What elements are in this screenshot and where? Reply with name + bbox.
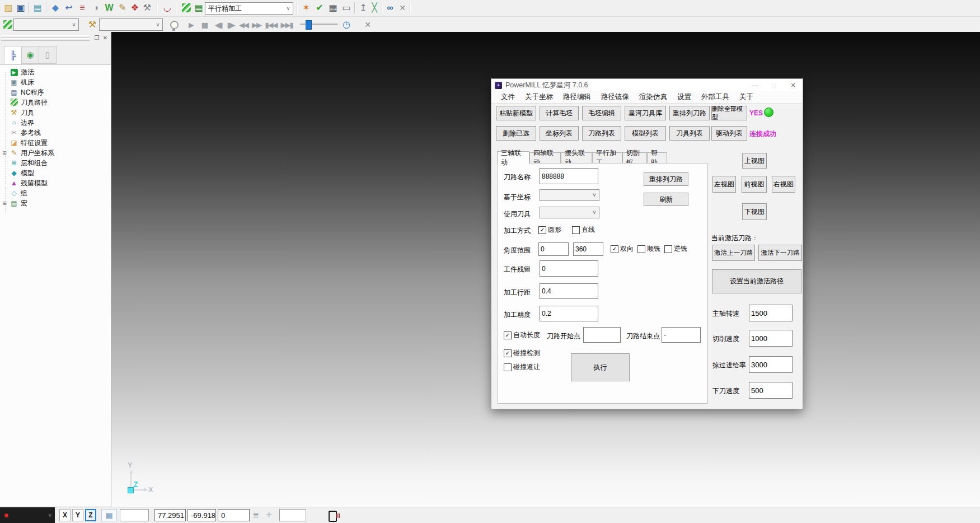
axis-y-button[interactable]: Y	[72, 509, 83, 521]
clock-icon[interactable]: ◷	[340, 18, 353, 31]
save-icon[interactable]: ▣	[15, 2, 27, 14]
rewind-button[interactable]: ◀◀	[237, 18, 250, 31]
strategy-combobox[interactable]: 平行精加工 ˅	[205, 2, 293, 15]
tree-item-active[interactable]: ▶激活	[0, 67, 111, 77]
step-back-button[interactable]: ◀▮	[212, 18, 224, 31]
ball-tool-icon[interactable]: ◑	[90, 2, 102, 14]
angle-from-input[interactable]	[538, 242, 569, 256]
tab-4axis[interactable]: 四轴联动	[529, 152, 561, 164]
tool-library-button[interactable]: 星河刀具库	[625, 106, 666, 120]
refresh-button[interactable]: 刷新	[644, 193, 688, 206]
points-icon[interactable]: ❖	[129, 2, 141, 14]
snap-value-input[interactable]	[120, 509, 149, 521]
axis-x-button[interactable]: X	[59, 509, 71, 521]
cutting-feed-input[interactable]	[749, 330, 793, 347]
toolpath-return-icon[interactable]: ↩	[63, 2, 75, 14]
stock-edit-button[interactable]: 毛坯编辑	[582, 106, 621, 120]
tool-list-button[interactable]: 刀具列表	[669, 126, 710, 141]
simulation-speed-slider[interactable]	[300, 24, 338, 25]
dialog-titlebar[interactable]: ✦ PowerMILL 忆梦星河 7.0.6 — □ ✕	[491, 79, 803, 91]
pattern-w-icon[interactable]: W	[103, 2, 115, 14]
block-icon[interactable]: ◆	[49, 2, 62, 14]
strategy-form-icon[interactable]: ▤	[193, 2, 205, 14]
tab-help[interactable]: 帮助	[647, 152, 667, 164]
start-point-input[interactable]	[583, 327, 621, 343]
toolpath-name-input[interactable]	[540, 168, 598, 184]
angle-to-input[interactable]	[573, 242, 603, 256]
view-bottom-button[interactable]: 下视图	[742, 203, 767, 220]
view-top-button[interactable]: 上视图	[742, 153, 767, 169]
drive-list-button[interactable]: 驱动列表	[711, 126, 747, 141]
tree-item-nc-programs[interactable]: ▤NC程序	[0, 87, 111, 97]
star-tool-icon[interactable]: ✶	[300, 2, 312, 14]
verify-icon[interactable]: ✔	[313, 2, 326, 14]
tree-item-macros[interactable]: ⊞▤宏	[0, 198, 111, 208]
slider-handle[interactable]	[306, 20, 312, 30]
tree-item-models[interactable]: ◆模型	[0, 168, 111, 178]
panel-restore-icon[interactable]: ❐	[93, 34, 101, 41]
cross-arrows-icon[interactable]: ╳	[368, 2, 381, 14]
base-coord-combobox[interactable]: ˅	[540, 189, 599, 201]
spindle-speed-input[interactable]	[749, 305, 793, 321]
tab-explorer-tree[interactable]: ╠	[4, 46, 22, 64]
panel-grip[interactable]	[1, 38, 90, 41]
minimize-button[interactable]: —	[745, 80, 765, 91]
menu-about[interactable]: 关于	[734, 92, 758, 102]
plunge-feed-input[interactable]	[749, 382, 793, 399]
close-button[interactable]: ✕	[784, 80, 803, 91]
collision-avoid-checkbox[interactable]: 碰撞避让	[504, 362, 540, 372]
tree-item-toolpaths[interactable]: 刀具路径	[0, 97, 111, 108]
print-icon[interactable]: ▤	[31, 2, 44, 14]
collision-check-checkbox[interactable]: 碰撞检测	[504, 348, 540, 358]
execute-button[interactable]: 执行	[571, 353, 630, 381]
tolerance-input[interactable]	[540, 306, 598, 321]
line-checkbox[interactable]: 直线	[572, 225, 595, 235]
toolpath-combobox[interactable]: ˅	[13, 18, 79, 31]
mobile-pause-icon[interactable]	[329, 511, 337, 522]
set-active-path-button[interactable]: 设置当前激活路径	[712, 269, 801, 293]
distance-input[interactable]	[279, 509, 306, 521]
tree-item-groups[interactable]: ◇组	[0, 188, 111, 198]
step-forward-button[interactable]: ▮▶	[224, 18, 237, 31]
tab-3axis[interactable]: 三轴联动	[497, 151, 529, 164]
tab-saw[interactable]: 切割锯	[622, 152, 647, 164]
circle-checkbox[interactable]: 圆形	[538, 225, 561, 235]
axis-z-button[interactable]: Z	[85, 509, 96, 521]
model-list-button[interactable]: 模型列表	[625, 126, 666, 141]
tab-parallel[interactable]: 平行加工	[592, 152, 622, 164]
arc-tool-icon[interactable]: ◡	[161, 2, 174, 14]
menu-path-mirror[interactable]: 路径镜像	[596, 92, 634, 102]
menu-path-edit[interactable]: 路径编辑	[558, 92, 596, 102]
delete-all-models-button[interactable]: 删除全部模型	[711, 106, 747, 120]
tree-item-workplanes[interactable]: ⊞✎用户坐标系	[0, 148, 111, 158]
rapid-moves-icon[interactable]: ≡	[76, 2, 88, 14]
view-right-button[interactable]: 右视图	[772, 176, 795, 193]
paste-new-model-button[interactable]: 粘贴新模型	[496, 106, 536, 120]
climb-mill-checkbox[interactable]: 顺铣	[637, 244, 660, 254]
auto-length-checkbox[interactable]: 自动长度	[504, 330, 540, 340]
delete-selected-button[interactable]: 删除已选	[496, 126, 536, 141]
view-front-button[interactable]: 前视图	[742, 176, 767, 193]
menu-external-tools[interactable]: 外部工具	[696, 92, 734, 102]
tool-block-icon[interactable]: ⚒	[141, 2, 153, 14]
tree-item-tools[interactable]: ⚒刀具	[0, 108, 111, 118]
find-icon[interactable]: ∞	[384, 2, 396, 14]
tree-item-boundaries[interactable]: ○边界	[0, 118, 111, 128]
tree-item-stock-models[interactable]: ▲残留模型	[0, 178, 111, 188]
skim-feed-input[interactable]	[749, 356, 793, 373]
grid-toggle-button[interactable]: ▦	[101, 509, 117, 521]
end-point-input[interactable]	[662, 327, 701, 343]
both-way-checkbox[interactable]: 双向	[611, 244, 634, 254]
conventional-mill-checkbox[interactable]: 逆铣	[664, 244, 687, 254]
pause-button[interactable]: ▮▮	[198, 18, 210, 31]
expand-icon[interactable]: ⊞	[0, 150, 9, 156]
tab-web-globe[interactable]: ◉	[21, 46, 39, 64]
expand-icon[interactable]: ⊞	[0, 200, 9, 206]
toolpath-list-button[interactable]: 刀路列表	[582, 126, 621, 141]
calculator-icon[interactable]: ▦	[327, 2, 339, 14]
view-left-button[interactable]: 左视图	[712, 176, 736, 193]
fast-forward-button[interactable]: ▶▶	[250, 18, 262, 31]
activate-prev-toolpath-button[interactable]: 激活上一刀路	[712, 245, 755, 261]
menu-file[interactable]: 文件	[496, 92, 520, 102]
coord-list-button[interactable]: 坐标列表	[540, 126, 579, 141]
